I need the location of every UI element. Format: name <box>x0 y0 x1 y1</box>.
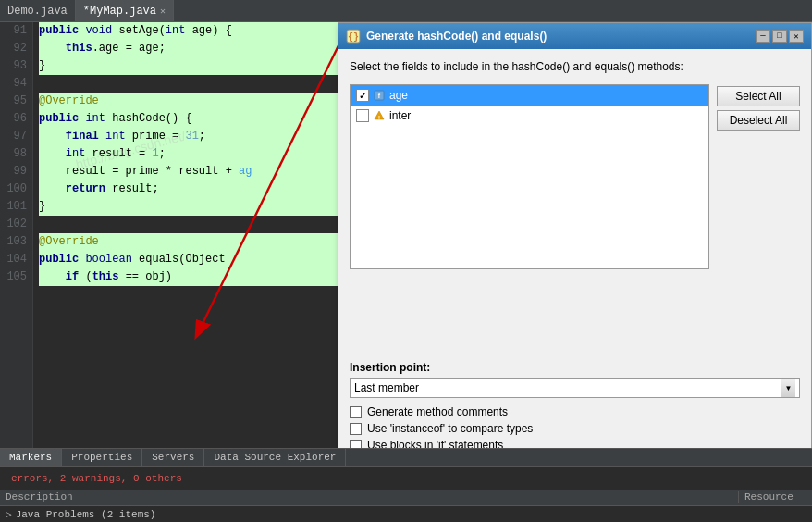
dialog-body: Select the fields to include in the hash… <box>338 49 811 448</box>
bottom-tab-datasource[interactable]: Data Source Explorer <box>204 449 346 466</box>
code-line-103: @Override <box>39 233 342 251</box>
bottom-tab-properties[interactable]: Properties <box>62 449 142 466</box>
code-editor: 91 92 93 94 95 96 97 98 99 100 101 102 1… <box>0 22 342 448</box>
tab-mymap-close[interactable]: ✕ <box>160 6 166 17</box>
insertion-dropdown[interactable]: Last member ▼ <box>350 378 800 398</box>
field-item-inter[interactable]: ! inter <box>351 106 708 126</box>
field-name-age: age <box>389 89 408 102</box>
close-button[interactable]: ✕ <box>789 30 804 43</box>
minimize-button[interactable]: ─ <box>756 30 770 43</box>
checkbox-label-2: Use blocks in 'if' statements <box>367 439 503 448</box>
bottom-area: Markers Properties Servers Data Source E… <box>0 448 812 522</box>
bottom-tab-markers[interactable]: Markers <box>0 449 62 466</box>
bottom-tab-servers[interactable]: Servers <box>142 449 204 466</box>
code-line-105: if (this == obj) <box>39 268 342 286</box>
bottom-content: errors, 2 warnings, 0 others <box>0 467 812 490</box>
code-line-100: return result; <box>39 180 342 198</box>
dialog-title-text: Generate hashCode() and equals() <box>366 30 547 43</box>
tab-bar: Demo.java *MyMap.java ✕ <box>0 0 812 22</box>
titlebar-controls: ─ □ ✕ <box>756 30 804 43</box>
field-checkbox-inter[interactable] <box>356 109 369 122</box>
field-checkbox-age[interactable]: ✓ <box>356 89 369 102</box>
tab-demo[interactable]: Demo.java <box>0 0 76 21</box>
code-line-102 <box>39 216 342 233</box>
dropdown-arrow-icon: ▼ <box>781 379 795 397</box>
code-line-97: final int prime = 31; <box>39 128 342 145</box>
dialog-titlebar: {} Generate hashCode() and equals() ─ □ … <box>338 23 811 49</box>
fields-buttons: Select All Deselect All <box>717 84 800 354</box>
dialog-description: Select the fields to include in the hash… <box>350 60 800 73</box>
checkbox-label-1: Use 'instanceof' to compare types <box>367 422 533 435</box>
checkbox-instanceof[interactable] <box>350 423 362 435</box>
checkbox-method-comments[interactable] <box>350 406 362 418</box>
main-area: 91 92 93 94 95 96 97 98 99 100 101 102 1… <box>0 22 812 448</box>
code-line-96: public int hashCode() { <box>39 110 342 128</box>
problems-info: errors, 2 warnings, 0 others <box>7 471 805 486</box>
code-line-91: public void setAge(int age) { <box>39 22 342 40</box>
tab-mymap[interactable]: *MyMap.java ✕ <box>76 0 174 21</box>
field-item-age[interactable]: ✓ f age <box>351 85 708 106</box>
dialog-title-icon: {} <box>346 29 361 44</box>
code-line-99: result = prime * result + ag <box>39 163 342 180</box>
expand-icon: ▷ <box>6 508 12 520</box>
col-description: Description <box>0 491 738 503</box>
code-line-101: } <box>39 198 342 216</box>
bottom-tabs: Markers Properties Servers Data Source E… <box>0 449 812 467</box>
col-resource: Resource <box>738 491 812 503</box>
maximize-button[interactable]: □ <box>772 30 787 43</box>
checkbox-blocks[interactable] <box>350 440 362 449</box>
line-numbers: 91 92 93 94 95 96 97 98 99 100 101 102 1… <box>0 22 33 448</box>
field-type-icon-age: f <box>373 89 386 102</box>
svg-text:{}: {} <box>348 32 359 43</box>
checkmark-age: ✓ <box>359 91 366 101</box>
code-line-98: int result = 1; <box>39 145 342 163</box>
fields-panel: ✓ f age <box>350 84 800 354</box>
code-line-94 <box>39 75 342 93</box>
checkbox-row-2: Use blocks in 'if' statements <box>350 439 800 448</box>
code-line-95: @Override <box>39 93 342 110</box>
insertion-section: Insertion point: Last member ▼ <box>350 361 800 398</box>
field-type-icon-inter: ! <box>373 109 386 122</box>
checkboxes-section: Generate method comments Use 'instanceof… <box>350 405 800 448</box>
code-content: public void setAge(int age) { this.age =… <box>33 22 342 448</box>
checkbox-label-0: Generate method comments <box>367 405 508 418</box>
code-line-93: } <box>39 57 342 75</box>
tab-mymap-label: *MyMap.java <box>83 5 156 18</box>
checkbox-row-1: Use 'instanceof' to compare types <box>350 422 800 435</box>
fields-list[interactable]: ✓ f age <box>350 84 709 269</box>
deselect-all-button[interactable]: Deselect All <box>717 110 800 130</box>
generate-dialog: {} Generate hashCode() and equals() ─ □ … <box>338 22 812 448</box>
code-line-92: this.age = age; <box>39 40 342 57</box>
checkbox-row-0: Generate method comments <box>350 405 800 418</box>
code-line-104: public boolean equals(Object <box>39 251 342 268</box>
insertion-value: Last member <box>354 381 781 394</box>
select-all-button[interactable]: Select All <box>717 86 800 106</box>
insertion-label: Insertion point: <box>350 361 800 374</box>
java-problems-item: ▷ Java Problems (2 items) <box>0 506 812 522</box>
bottom-table-header: Description Resource <box>0 490 812 506</box>
svg-text:!: ! <box>378 115 380 120</box>
tab-demo-label: Demo.java <box>7 5 68 18</box>
field-name-inter: inter <box>389 109 411 122</box>
